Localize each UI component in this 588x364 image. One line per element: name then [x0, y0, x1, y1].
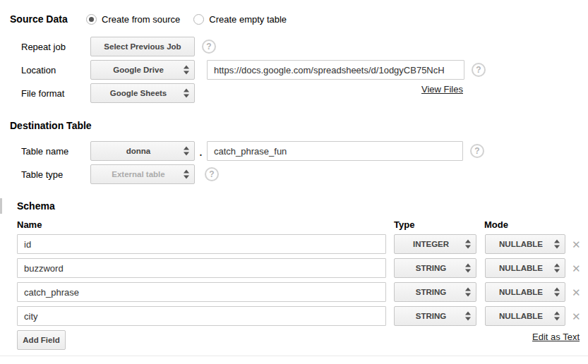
- create-from-source-radio[interactable]: [86, 14, 97, 25]
- location-help-icon[interactable]: ?: [472, 63, 486, 77]
- create-from-source-option[interactable]: Create from source: [86, 14, 180, 25]
- table-name-help-icon[interactable]: ?: [470, 144, 484, 158]
- schema-field-row: INTEGER NULLABLE ✕: [17, 234, 581, 254]
- location-row: Location Google Drive ?: [21, 60, 486, 80]
- dropdown-arrows-icon: [184, 170, 189, 179]
- schema-field-type-value: STRING: [416, 264, 446, 272]
- schema-field-name-input[interactable]: [17, 234, 386, 254]
- location-source-dropdown-value: Google Drive: [113, 66, 164, 74]
- schema-field-row: STRING NULLABLE ✕: [17, 306, 581, 326]
- dropdown-arrows-icon: [465, 264, 471, 273]
- schema-field-mode-value: NULLABLE: [499, 288, 543, 296]
- location-label: Location: [21, 65, 90, 75]
- delete-field-icon[interactable]: ✕: [572, 239, 581, 250]
- file-format-row: File format Google Sheets: [21, 83, 195, 103]
- dropdown-arrows-icon: [465, 312, 471, 321]
- schema-column-mode: Mode: [484, 219, 508, 230]
- dropdown-arrows-icon: [184, 66, 189, 75]
- dropdown-arrows-icon: [465, 288, 471, 297]
- repeat-job-row: Repeat job Select Previous Job ?: [21, 37, 216, 56]
- table-type-label: Table type: [21, 169, 90, 180]
- dropdown-arrows-icon: [465, 240, 471, 249]
- repeat-job-label: Repeat job: [21, 42, 90, 52]
- schema-field-mode-value: NULLABLE: [499, 240, 543, 248]
- source-data-title: Source Data: [10, 13, 86, 25]
- dropdown-arrows-icon: [554, 312, 560, 321]
- schema-field-name-input[interactable]: [17, 258, 386, 278]
- repeat-job-help-icon[interactable]: ?: [202, 40, 216, 54]
- schema-field-type-dropdown[interactable]: INTEGER: [394, 234, 476, 254]
- file-format-dropdown-value: Google Sheets: [110, 89, 167, 97]
- add-field-button[interactable]: Add Field: [17, 330, 66, 350]
- schema-field-mode-value: NULLABLE: [499, 312, 543, 320]
- view-files-link[interactable]: View Files: [421, 84, 463, 95]
- dropdown-arrows-icon: [554, 240, 560, 249]
- dataset-dropdown-value: donna: [126, 147, 151, 155]
- left-scroll-indicator: [0, 198, 2, 214]
- table-type-help-icon[interactable]: ?: [205, 167, 219, 181]
- table-name-row: Table name donna . ?: [21, 141, 484, 161]
- create-empty-table-label[interactable]: Create empty table: [209, 14, 287, 25]
- schema-field-name-input[interactable]: [17, 306, 386, 326]
- schema-column-type: Type: [394, 219, 414, 230]
- select-previous-job-button[interactable]: Select Previous Job: [90, 37, 195, 56]
- schema-field-type-value: STRING: [416, 312, 446, 320]
- schema-field-row: STRING NULLABLE ✕: [17, 258, 581, 278]
- schema-title: Schema: [17, 200, 55, 212]
- table-type-dropdown-value: External table: [112, 170, 164, 178]
- schema-field-type-dropdown[interactable]: STRING: [394, 282, 476, 302]
- file-format-label: File format: [21, 88, 90, 99]
- table-name-input[interactable]: [207, 141, 463, 161]
- schema-field-mode-dropdown[interactable]: NULLABLE: [485, 258, 565, 278]
- source-data-header: Source Data Create from source Create em…: [10, 9, 287, 29]
- create-from-source-label[interactable]: Create from source: [102, 14, 180, 25]
- table-name-label: Table name: [21, 146, 90, 157]
- schema-field-type-value: INTEGER: [413, 240, 449, 248]
- schema-field-row: STRING NULLABLE ✕: [17, 282, 581, 302]
- dropdown-arrows-icon: [554, 288, 560, 297]
- bottom-divider: [0, 356, 588, 356]
- schema-field-mode-value: NULLABLE: [499, 264, 543, 272]
- dataset-table-separator: .: [195, 144, 207, 161]
- schema-field-type-dropdown[interactable]: STRING: [394, 258, 476, 278]
- delete-field-icon[interactable]: ✕: [572, 311, 581, 322]
- dropdown-arrows-icon: [554, 264, 560, 273]
- schema-field-type-value: STRING: [416, 288, 446, 296]
- delete-field-icon[interactable]: ✕: [572, 287, 581, 298]
- location-source-dropdown[interactable]: Google Drive: [90, 60, 195, 80]
- schema-rows: INTEGER NULLABLE ✕ STRING NULLABLE ✕ STR…: [17, 234, 581, 330]
- dropdown-arrows-icon: [184, 147, 189, 156]
- create-empty-table-option[interactable]: Create empty table: [193, 14, 287, 25]
- location-url-input[interactable]: [207, 60, 464, 80]
- schema-field-type-dropdown[interactable]: STRING: [394, 306, 476, 326]
- create-empty-table-radio[interactable]: [193, 14, 204, 25]
- destination-table-title: Destination Table: [10, 120, 92, 131]
- table-type-dropdown: External table: [90, 164, 195, 184]
- delete-field-icon[interactable]: ✕: [572, 263, 581, 274]
- dropdown-arrows-icon: [184, 89, 189, 98]
- schema-field-mode-dropdown[interactable]: NULLABLE: [485, 306, 565, 326]
- edit-as-text-link[interactable]: Edit as Text: [532, 332, 580, 342]
- table-type-row: Table type External table ?: [21, 164, 219, 184]
- dataset-dropdown[interactable]: donna: [90, 141, 195, 161]
- schema-column-name: Name: [17, 219, 42, 230]
- schema-field-mode-dropdown[interactable]: NULLABLE: [485, 282, 565, 302]
- file-format-dropdown[interactable]: Google Sheets: [90, 83, 195, 103]
- schema-field-mode-dropdown[interactable]: NULLABLE: [485, 234, 565, 254]
- schema-field-name-input[interactable]: [17, 282, 386, 302]
